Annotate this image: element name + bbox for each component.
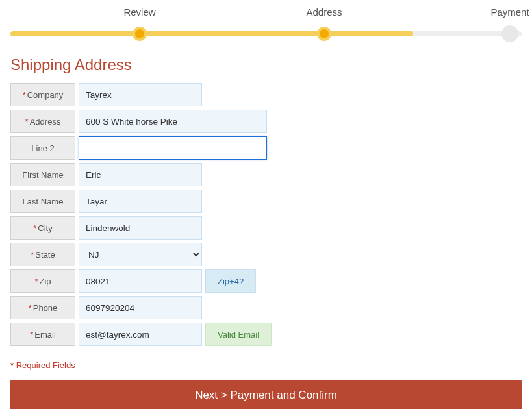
label-phone: *Phone <box>10 296 75 319</box>
label-line2-text: Line 2 <box>31 143 54 153</box>
label-zip: *Zip <box>10 269 75 293</box>
progress-track <box>10 31 522 36</box>
checkout-progress: Review Address Payment <box>10 6 522 36</box>
line2-input[interactable] <box>79 136 267 160</box>
state-select[interactable]: NJ <box>79 243 202 266</box>
city-input[interactable] <box>79 216 202 240</box>
company-input[interactable] <box>79 83 202 106</box>
label-state-text: State <box>35 250 55 260</box>
email-valid-badge: Valid Email <box>205 323 272 346</box>
lastname-input[interactable] <box>79 190 202 213</box>
next-button[interactable]: Next > Payment and Confirm <box>10 380 522 409</box>
shipping-form: *Company *Address Line 2 First Name Last… <box>10 83 522 346</box>
label-city: *City <box>10 216 75 240</box>
label-state: *State <box>10 243 75 266</box>
zip4-link[interactable]: Zip+4? <box>205 269 256 293</box>
progress-step-review-label: Review <box>123 6 155 18</box>
progress-step-address-label: Address <box>306 6 342 18</box>
email-input[interactable] <box>79 323 202 346</box>
label-company-text: Company <box>27 90 64 100</box>
progress-fill <box>10 31 413 36</box>
label-address-text: Address <box>30 117 61 127</box>
label-phone-text: Phone <box>33 303 58 313</box>
required-fields-note: * Required Fields <box>10 360 522 370</box>
progress-dot-payment <box>501 25 518 42</box>
label-email: *Email <box>10 323 75 346</box>
label-firstname: First Name <box>10 163 75 186</box>
address-input[interactable] <box>79 110 267 133</box>
label-city-text: City <box>38 223 52 233</box>
label-email-text: Email <box>34 330 56 340</box>
firstname-input[interactable] <box>79 163 202 186</box>
phone-input[interactable] <box>79 296 202 319</box>
label-line2: Line 2 <box>10 136 75 160</box>
progress-dot-review <box>133 27 147 41</box>
zip-input[interactable] <box>79 269 202 293</box>
progress-step-payment-label: Payment <box>490 6 529 18</box>
label-lastname-text: Last Name <box>23 197 64 206</box>
label-firstname-text: First Name <box>22 170 64 180</box>
label-lastname: Last Name <box>10 190 75 213</box>
label-address: *Address <box>10 110 75 133</box>
progress-dot-address <box>317 27 331 41</box>
label-company: *Company <box>10 83 75 106</box>
page-title: Shipping Address <box>10 56 522 74</box>
label-zip-text: Zip <box>40 277 51 286</box>
